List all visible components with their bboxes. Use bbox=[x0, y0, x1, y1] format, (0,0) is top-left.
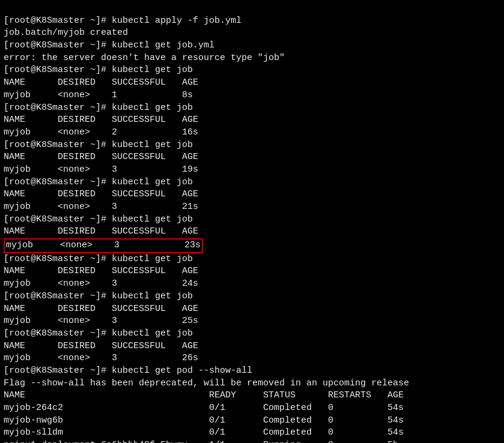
terminal-line: myjob-264c2 0/1 Completed 0 54s bbox=[4, 402, 500, 415]
terminal-line: NAME READY STATUS RESTARTS AGE bbox=[4, 390, 500, 402]
terminal-line: NAME DESIRED SUCCESSFUL AGE bbox=[4, 77, 500, 89]
terminal-line: [root@K8Smaster ~]# kubectl get job bbox=[4, 328, 500, 340]
terminal-line: myjob <none> 3 25s bbox=[4, 315, 500, 328]
terminal-line: Flag --show-all has been deprecated, wil… bbox=[4, 378, 500, 390]
terminal-line: [root@K8Smaster ~]# kubectl apply -f job… bbox=[4, 15, 500, 28]
terminal-line: job.batch/myjob created bbox=[4, 27, 500, 40]
terminal-line: nginx1-deployment-6c6bbbb48f-5bwgv 1/1 R… bbox=[4, 439, 500, 443]
terminal-line: myjob <none> 1 8s bbox=[4, 89, 500, 102]
terminal-line: myjob <none> 3 23s bbox=[4, 238, 500, 253]
terminal-line: [root@K8Smaster ~]# kubectl get job bbox=[4, 176, 500, 189]
terminal-line: myjob <none> 3 24s bbox=[4, 278, 500, 291]
terminal-line: NAME DESIRED SUCCESSFUL AGE bbox=[4, 340, 500, 353]
terminal-line: myjob <none> 3 19s bbox=[4, 164, 500, 176]
terminal-line: error: the server doesn't have a resourc… bbox=[4, 52, 500, 65]
terminal-line: [root@K8Smaster ~]# kubectl get job bbox=[4, 214, 500, 226]
terminal-window: [root@K8Smaster ~]# kubectl apply -f job… bbox=[0, 0, 504, 443]
terminal-line: NAME DESIRED SUCCESSFUL AGE bbox=[4, 151, 500, 164]
terminal-line: [root@K8Smaster ~]# kubectl get job bbox=[4, 139, 500, 152]
highlighted-line: myjob <none> 3 23s bbox=[4, 238, 203, 253]
terminal-line: myjob <none> 3 26s bbox=[4, 352, 500, 365]
terminal-line: [root@K8Smaster ~]# kubectl get job bbox=[4, 253, 500, 266]
terminal-line: myjob <none> 2 16s bbox=[4, 127, 500, 139]
terminal-line: NAME DESIRED SUCCESSFUL AGE bbox=[4, 188, 500, 201]
terminal-line: myjob-nwg6b 0/1 Completed 0 54s bbox=[4, 415, 500, 427]
terminal-line: myjob <none> 3 21s bbox=[4, 201, 500, 214]
terminal-line: myjob-slldm 0/1 Completed 0 54s bbox=[4, 427, 500, 439]
terminal-line: [root@K8Smaster ~]# kubectl get job bbox=[4, 102, 500, 115]
terminal-line: NAME DESIRED SUCCESSFUL AGE bbox=[4, 303, 500, 316]
terminal-line: [root@K8Smaster ~]# kubectl get job.yml bbox=[4, 40, 500, 52]
terminal-line: [root@K8Smaster ~]# kubectl get job bbox=[4, 291, 500, 303]
terminal-line: NAME DESIRED SUCCESSFUL AGE bbox=[4, 114, 500, 127]
terminal-line: [root@K8Smaster ~]# kubectl get job bbox=[4, 64, 500, 77]
terminal-line: NAME DESIRED SUCCESSFUL AGE bbox=[4, 265, 500, 278]
terminal-line: NAME DESIRED SUCCESSFUL AGE bbox=[4, 226, 500, 238]
terminal-line: [root@K8Smaster ~]# kubectl get pod --sh… bbox=[4, 365, 500, 378]
